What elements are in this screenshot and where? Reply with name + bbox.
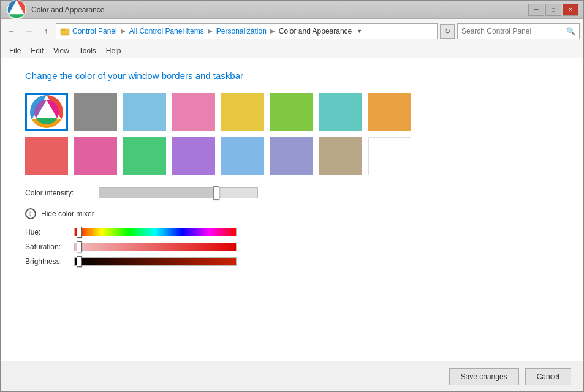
close-button[interactable]: ✕ [563, 4, 578, 16]
search-input[interactable] [461, 27, 564, 36]
swatch-white[interactable] [368, 137, 411, 175]
swatches-row-2 [25, 137, 559, 175]
breadcrumb-sep-3: ▶ [270, 28, 275, 34]
swatch-teal[interactable] [319, 93, 362, 131]
svg-point-4 [40, 106, 53, 118]
swatches-container [25, 93, 559, 175]
brightness-slider[interactable] [74, 257, 237, 266]
up-button[interactable]: ↑ [39, 24, 53, 39]
intensity-slider[interactable] [99, 187, 258, 198]
menu-tools[interactable]: Tools [74, 45, 101, 57]
breadcrumb-all-items[interactable]: All Control Panel Items [129, 27, 204, 36]
swatch-tan[interactable] [319, 137, 362, 175]
swatch-sky-blue[interactable] [221, 137, 264, 175]
breadcrumb-sep-2: ▶ [208, 28, 213, 34]
mixer-toggle-label: Hide color mixer [41, 209, 94, 218]
hue-thumb[interactable] [77, 227, 82, 238]
refresh-button[interactable]: ↻ [440, 24, 455, 39]
breadcrumb-personalization[interactable]: Personalization [216, 27, 267, 36]
intensity-row: Color intensity: [25, 187, 559, 198]
cancel-button[interactable]: Cancel [525, 368, 571, 385]
swatch-gray[interactable] [74, 93, 117, 131]
intensity-label: Color intensity: [25, 189, 99, 197]
title-bar-controls: ─ □ ✕ [528, 4, 578, 16]
hue-row: Hue: [25, 228, 559, 236]
saturation-thumb[interactable] [77, 241, 82, 252]
swatch-light-blue[interactable] [123, 93, 166, 131]
hue-label: Hue: [25, 228, 74, 236]
minimize-button[interactable]: ─ [528, 4, 544, 16]
color-palette-icon [28, 94, 65, 130]
page-title: Change the color of your window borders … [25, 70, 559, 81]
swatch-pink[interactable] [172, 93, 215, 131]
brightness-row: Brightness: [25, 257, 559, 266]
folder-icon [60, 26, 70, 36]
saturation-label: Saturation: [25, 243, 74, 251]
search-box[interactable]: 🔍 [457, 23, 580, 39]
swatch-orange[interactable] [368, 93, 411, 131]
menu-edit[interactable]: Edit [26, 45, 48, 57]
title-bar: Color and Appearance ─ □ ✕ [1, 1, 583, 19]
main-window: Color and Appearance ─ □ ✕ ← → ↑ Control… [0, 0, 584, 392]
mixer-toggle-icon: ⇧ [25, 208, 36, 219]
swatches-row-1 [25, 93, 559, 131]
saturation-slider[interactable] [74, 243, 237, 251]
swatch-mint[interactable] [123, 137, 166, 175]
back-button[interactable]: ← [4, 24, 19, 39]
save-button[interactable]: Save changes [449, 368, 519, 385]
menu-help[interactable]: Help [101, 45, 126, 57]
hue-slider[interactable] [74, 228, 237, 236]
intensity-thumb[interactable] [213, 186, 219, 200]
saturation-row: Saturation: [25, 243, 559, 251]
title-bar-left: Color and Appearance [6, 0, 104, 21]
app-icon [6, 0, 28, 21]
swatch-lavender[interactable] [270, 137, 313, 175]
maximize-button[interactable]: □ [545, 4, 561, 16]
main-content: Change the color of your window borders … [1, 58, 583, 361]
address-bar[interactable]: Control Panel ▶ All Control Panel Items … [56, 23, 438, 39]
menu-view[interactable]: View [48, 45, 74, 57]
breadcrumb-color: Color and Appearance [279, 27, 352, 36]
swatch-yellow[interactable] [221, 93, 264, 131]
address-dropdown-arrow[interactable]: ▼ [357, 28, 362, 34]
swatch-red[interactable] [25, 137, 68, 175]
menu-file[interactable]: File [4, 45, 26, 57]
mixer-toggle[interactable]: ⇧ Hide color mixer [25, 208, 559, 219]
swatch-hot-pink[interactable] [74, 137, 117, 175]
footer: Save changes Cancel [1, 361, 583, 391]
window-title: Color and Appearance [31, 6, 104, 14]
swatch-purple[interactable] [172, 137, 215, 175]
swatch-custom[interactable] [25, 93, 68, 131]
swatch-green[interactable] [270, 93, 313, 131]
menu-bar: File Edit View Tools Help [1, 43, 583, 58]
search-icon: 🔍 [566, 27, 575, 36]
brightness-label: Brightness: [25, 257, 74, 266]
forward-button[interactable]: → [21, 24, 36, 39]
breadcrumb-control-panel[interactable]: Control Panel [72, 27, 117, 36]
svg-point-1 [12, 5, 21, 13]
nav-bar: ← → ↑ Control Panel ▶ All Control Panel … [1, 19, 583, 43]
brightness-thumb[interactable] [77, 256, 82, 267]
breadcrumb-sep-1: ▶ [121, 28, 126, 34]
